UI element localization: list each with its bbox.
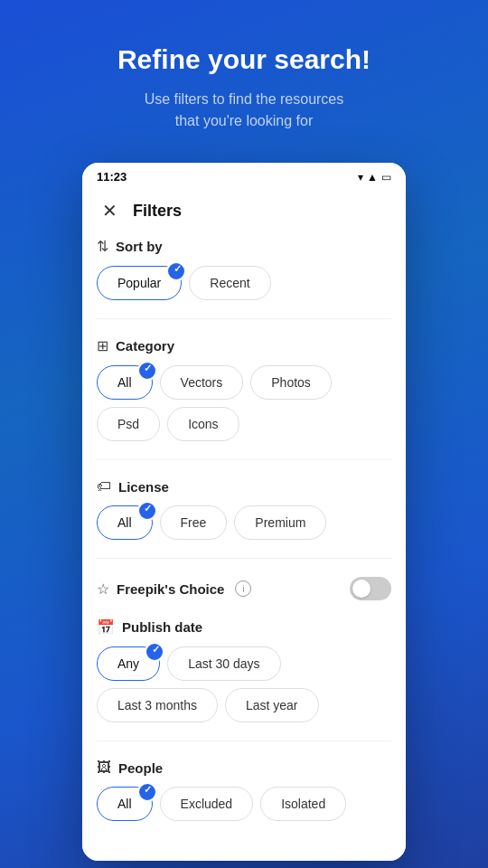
wifi-icon: ▾ xyxy=(358,171,363,184)
people-options: All Excluded Isolated xyxy=(97,787,391,821)
date-last3months-button[interactable]: Last 3 months xyxy=(97,688,218,722)
calendar-icon: 📅 xyxy=(97,618,115,636)
category-title: Category xyxy=(116,338,174,354)
status-bar: 11:23 ▾ ▲ ▭ xyxy=(82,163,406,187)
sort-icon: ⇅ xyxy=(97,238,108,255)
divider-1 xyxy=(97,318,391,319)
license-all-button[interactable]: All xyxy=(97,505,153,540)
close-icon: ✕ xyxy=(102,200,117,222)
filter-panel: ✕ Filters ⇅ Sort by Popular Recent ⊞ Cat… xyxy=(82,187,406,861)
category-photos-button[interactable]: Photos xyxy=(250,365,332,400)
status-time: 11:23 xyxy=(97,170,127,184)
category-options: All Vectors Photos Psd Icons xyxy=(97,365,391,441)
license-title: License xyxy=(118,479,169,495)
category-icon: ⊞ xyxy=(97,337,108,354)
freepiks-choice-toggle[interactable] xyxy=(350,577,391,600)
freepiks-choice-row: ☆ Freepik's Choice i xyxy=(97,577,391,600)
sort-popular-button[interactable]: Popular xyxy=(97,266,182,300)
category-section: ⊞ Category All Vectors Photos Psd Icons xyxy=(97,337,391,441)
filter-title: Filters xyxy=(133,202,182,221)
subtitle: Use filters to find the resources that y… xyxy=(27,89,461,132)
license-options: All Free Premium xyxy=(97,505,391,540)
license-label: 🏷 License xyxy=(97,478,391,495)
license-icon: 🏷 xyxy=(97,478,111,495)
signal-icon: ▲ xyxy=(367,171,378,184)
divider-3 xyxy=(97,558,391,559)
license-premium-button[interactable]: Premium xyxy=(234,505,326,540)
sort-by-options: Popular Recent xyxy=(97,266,391,300)
main-title: Refine your search! xyxy=(27,43,461,76)
publish-date-label: 📅 Publish date xyxy=(97,618,391,636)
category-vectors-button[interactable]: Vectors xyxy=(160,365,244,400)
people-excluded-button[interactable]: Excluded xyxy=(160,787,254,821)
sort-recent-button[interactable]: Recent xyxy=(189,266,270,300)
people-isolated-button[interactable]: Isolated xyxy=(260,787,346,821)
date-lastyear-button[interactable]: Last year xyxy=(225,688,319,722)
sort-by-label: ⇅ Sort by xyxy=(97,238,391,255)
license-section: 🏷 License All Free Premium xyxy=(97,478,391,540)
category-psd-button[interactable]: Psd xyxy=(97,407,160,441)
date-any-button[interactable]: Any xyxy=(97,646,160,681)
battery-icon: ▭ xyxy=(381,171,391,184)
sort-by-section: ⇅ Sort by Popular Recent xyxy=(97,238,391,300)
publish-date-options: Any Last 30 days Last 3 months Last year xyxy=(97,646,391,722)
freepiks-choice-title: Freepik's Choice xyxy=(117,581,224,597)
people-label: 🖼 People xyxy=(97,760,391,776)
people-title: People xyxy=(118,760,163,776)
filter-header: ✕ Filters xyxy=(97,187,391,238)
publish-date-title: Publish date xyxy=(122,619,202,635)
freepiks-choice-label: ☆ Freepik's Choice i xyxy=(97,580,251,598)
status-icons: ▾ ▲ ▭ xyxy=(358,171,391,184)
divider-2 xyxy=(97,459,391,460)
category-all-button[interactable]: All xyxy=(97,365,153,400)
category-label: ⊞ Category xyxy=(97,337,391,354)
license-free-button[interactable]: Free xyxy=(160,505,228,540)
category-icons-button[interactable]: Icons xyxy=(167,407,239,441)
header-section: Refine your search! Use filters to find … xyxy=(0,0,488,154)
date-last30-button[interactable]: Last 30 days xyxy=(167,646,280,681)
sort-by-title: Sort by xyxy=(116,239,163,254)
close-button[interactable]: ✕ xyxy=(97,198,122,223)
people-section: 🖼 People All Excluded Isolated xyxy=(97,760,391,825)
phone-mockup: 11:23 ▾ ▲ ▭ ✕ Filters ⇅ Sort by Popular … xyxy=(82,163,406,861)
publish-date-section: 📅 Publish date Any Last 30 days Last 3 m… xyxy=(97,618,391,722)
people-icon: 🖼 xyxy=(97,760,111,776)
divider-4 xyxy=(97,741,391,741)
info-icon[interactable]: i xyxy=(235,580,251,597)
star-icon: ☆ xyxy=(97,580,109,598)
people-all-button[interactable]: All xyxy=(97,787,153,821)
